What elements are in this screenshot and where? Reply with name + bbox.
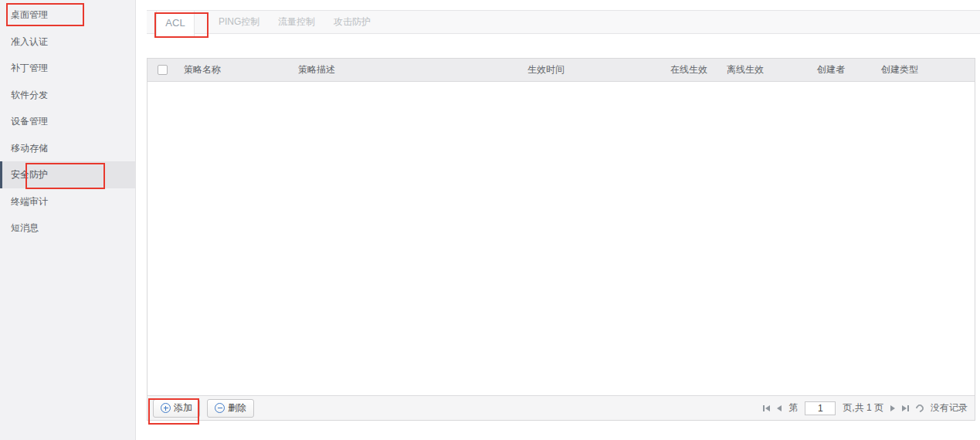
sidebar-item-device-mgmt[interactable]: 设备管理: [0, 108, 135, 135]
sidebar-item-label: 安全防护: [11, 169, 48, 180]
sidebar-item-security-protection[interactable]: 安全防护: [0, 161, 135, 188]
delete-button[interactable]: 删除: [207, 399, 254, 418]
selected-indicator-bar: [0, 161, 2, 188]
column-header-policy-name[interactable]: 策略名称: [184, 59, 221, 81]
sidebar-item-label: 软件分发: [11, 90, 48, 100]
pagination-bar: 第 页,共 1 页 没有记录: [763, 401, 975, 415]
tab-acl[interactable]: ACL: [156, 10, 195, 38]
prev-page-icon: [777, 405, 782, 411]
select-all-checkbox[interactable]: [158, 65, 168, 75]
grid-header-row: 策略名称 策略描述 生效时间 在线生效 离线生效 创建者 创建类型: [148, 59, 975, 82]
last-page-icon: [902, 405, 907, 411]
column-header-create-type[interactable]: 创建类型: [881, 59, 918, 81]
sidebar-item-label: 补丁管理: [11, 63, 48, 73]
empty-records-message: 没有记录: [931, 401, 968, 415]
sidebar-item-software-dist[interactable]: 软件分发: [0, 82, 135, 109]
add-button-label: 添加: [174, 401, 192, 415]
sidebar-item-label: 移动存储: [11, 143, 48, 154]
next-page-button[interactable]: [890, 405, 895, 411]
column-header-effective-time[interactable]: 生效时间: [527, 59, 565, 81]
prev-page-button[interactable]: [777, 405, 782, 411]
sidebar: 桌面管理 准入认证 补丁管理 软件分发 设备管理 移动存储 安全防护 终端审计 …: [0, 0, 136, 440]
sidebar-item-label: 短消息: [11, 222, 39, 233]
tab-ping-control[interactable]: PING控制: [219, 11, 259, 33]
tab-traffic-control[interactable]: 流量控制: [278, 11, 315, 33]
page-number-input[interactable]: [805, 401, 836, 415]
column-header-offline-effect[interactable]: 离线生效: [727, 59, 764, 81]
sidebar-item-patch-mgmt[interactable]: 补丁管理: [0, 55, 135, 82]
sidebar-item-label: 准入认证: [11, 36, 48, 47]
tab-attack-protection[interactable]: 攻击防护: [334, 11, 371, 33]
page-prefix-label: 第: [788, 401, 798, 415]
sidebar-item-label: 终端审计: [11, 196, 48, 207]
sidebar-item-access-auth[interactable]: 准入认证: [0, 29, 135, 56]
delete-button-label: 删除: [228, 401, 246, 415]
sidebar-item-mobile-storage[interactable]: 移动存储: [0, 135, 135, 162]
column-header-creator[interactable]: 创建者: [817, 59, 845, 81]
policy-grid: 策略名称 策略描述 生效时间 在线生效 离线生效 创建者 创建类型 添加 删除 …: [147, 58, 975, 421]
sidebar-item-label: 桌面管理: [11, 9, 48, 20]
first-page-button[interactable]: [763, 405, 770, 411]
sidebar-item-desktop-mgmt[interactable]: 桌面管理: [0, 2, 135, 29]
sidebar-item-label: 设备管理: [11, 116, 48, 127]
first-page-icon: [763, 405, 765, 411]
tab-bar: ACL PING控制 流量控制 攻击防护: [147, 10, 980, 34]
refresh-icon[interactable]: [914, 402, 925, 413]
circle-plus-icon: [161, 403, 171, 413]
column-header-online-effect[interactable]: 在线生效: [670, 59, 707, 81]
circle-minus-icon: [215, 403, 225, 413]
page-count-label: 页,共 1 页: [843, 401, 883, 415]
next-page-icon: [890, 405, 895, 411]
sidebar-item-terminal-audit[interactable]: 终端审计: [0, 188, 135, 215]
grid-footer-toolbar: 添加 删除 第 页,共 1 页 没有记录: [148, 395, 975, 420]
column-header-policy-desc[interactable]: 策略描述: [298, 59, 335, 81]
sidebar-item-sms[interactable]: 短消息: [0, 215, 135, 242]
grid-body-empty: [148, 82, 975, 394]
last-page-button[interactable]: [902, 405, 909, 411]
add-button[interactable]: 添加: [153, 399, 200, 418]
